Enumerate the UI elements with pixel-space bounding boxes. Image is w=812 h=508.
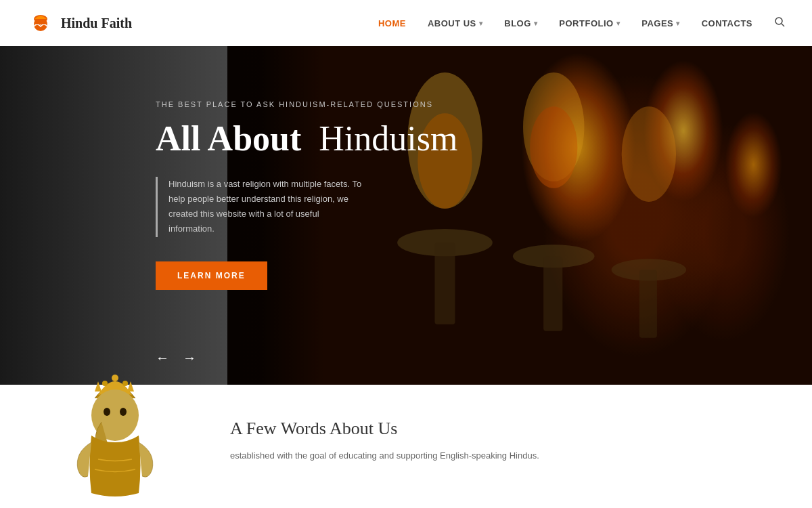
- hero-slider-controls: ← →: [156, 350, 196, 366]
- svg-point-21: [122, 381, 128, 386]
- hero-title: All About Hinduism: [156, 119, 812, 158]
- nav-home[interactable]: HOME: [378, 18, 406, 28]
- chevron-down-icon: ▾: [534, 20, 538, 27]
- logo[interactable]: Hindu Faith: [27, 9, 132, 37]
- chevron-down-icon: ▾: [479, 20, 483, 27]
- logo-text: Hindu Faith: [61, 16, 132, 31]
- learn-more-button[interactable]: LEARN MORE: [156, 261, 267, 290]
- chevron-down-icon: ▾: [676, 20, 680, 27]
- svg-line-3: [782, 24, 784, 26]
- svg-point-20: [102, 381, 108, 386]
- search-icon[interactable]: [774, 16, 785, 30]
- hero-content: THE BEST PLACE TO ASK HINDUISM-RELATED Q…: [0, 46, 812, 290]
- chevron-down-icon: ▾: [616, 20, 621, 27]
- hero-section: THE BEST PLACE TO ASK HINDUISM-RELATED Q…: [0, 46, 812, 385]
- nav-blog[interactable]: BLOG ▾: [504, 18, 537, 28]
- nav-about-us[interactable]: ABOUT US ▾: [428, 18, 482, 28]
- hero-subtitle: THE BEST PLACE TO ASK HINDUISM-RELATED Q…: [156, 100, 812, 108]
- svg-point-17: [104, 408, 110, 416]
- svg-point-18: [120, 408, 127, 416]
- about-text: A Few Words About Us established with th…: [230, 412, 758, 463]
- site-header: Hindu Faith HOME ABOUT US ▾ BLOG ▾ PORTF…: [0, 0, 812, 46]
- about-heading: A Few Words About Us: [230, 419, 758, 439]
- svg-point-2: [775, 18, 782, 24]
- main-nav: HOME ABOUT US ▾ BLOG ▾ PORTFOLIO ▾ PAGES…: [378, 16, 785, 30]
- about-paragraph: established with the goal of educating a…: [230, 448, 568, 463]
- nav-contacts[interactable]: CONTACTS: [702, 18, 752, 28]
- prev-slide-button[interactable]: ←: [156, 350, 169, 366]
- logo-icon: [27, 9, 54, 37]
- nav-portfolio[interactable]: PORTFOLIO ▾: [559, 18, 620, 28]
- about-section: A Few Words About Us established with th…: [0, 385, 812, 508]
- statue-image: [54, 371, 176, 493]
- hero-description: Hinduism is a vast religion with multipl…: [168, 177, 365, 236]
- next-slide-button[interactable]: →: [183, 350, 196, 366]
- nav-pages[interactable]: PAGES ▾: [641, 18, 680, 28]
- hero-description-block: Hinduism is a vast religion with multipl…: [156, 177, 365, 236]
- svg-point-19: [112, 375, 118, 381]
